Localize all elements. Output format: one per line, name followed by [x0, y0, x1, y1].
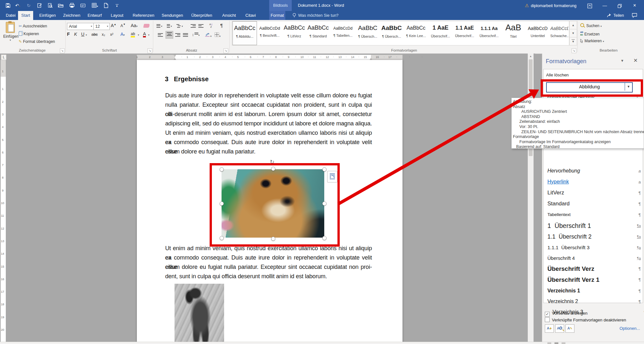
italic-button[interactable]: K: [74, 32, 77, 37]
borders-icon[interactable]: ▾: [214, 32, 221, 38]
bold-button[interactable]: F: [67, 32, 70, 37]
view-print-layout-button[interactable]: [554, 342, 558, 344]
style-row[interactable]: 1.1 Überschrift 2¶a: [545, 231, 644, 242]
clipboard-dialog-launcher[interactable]: ↘: [60, 48, 65, 53]
horizontal-ruler[interactable]: 3211234567891011121314151617············…: [137, 55, 402, 60]
style-row[interactable]: Überschrift Verz 1¶: [545, 274, 644, 285]
font-dialog-launcher[interactable]: ↘: [147, 48, 152, 53]
style-item-tabellentext[interactable]: AaBbCcDd¶ Tabellen...: [330, 21, 356, 44]
align-center-icon[interactable]: [166, 31, 173, 39]
draft-icon[interactable]: [36, 2, 43, 9]
tab-zeichnen[interactable]: Zeichnen: [60, 11, 83, 20]
new-style-button[interactable]: A✚: [545, 324, 554, 333]
clear-all-item[interactable]: Alle löschen: [546, 73, 569, 77]
find-button[interactable]: Suchen ▾: [580, 23, 602, 28]
tell-me-box[interactable]: Was möchten Sie tun?: [292, 11, 338, 20]
style-item-ueberschrift-a[interactable]: AaBbC¶ Übersch...: [356, 21, 380, 44]
bullet-dropdown[interactable]: ▾: [161, 25, 162, 28]
shading-icon[interactable]: ▾: [205, 32, 212, 38]
style-item-kein-leerraum[interactable]: AaBbCc¶ Kein Lee...: [403, 21, 429, 44]
minimize-button[interactable]: —: [597, 0, 612, 11]
align-left-icon[interactable]: [158, 32, 164, 37]
grow-font-button[interactable]: A▲: [111, 23, 116, 28]
style-row[interactable]: Überschrift 4¶a: [545, 253, 644, 263]
decrease-indent-icon[interactable]: [191, 23, 196, 28]
style-item-untertitel[interactable]: AaBbCcDUntertitel: [525, 21, 550, 44]
table-icon[interactable]: ▾: [90, 2, 100, 9]
scroll-up-arrow[interactable]: ▲: [529, 55, 532, 58]
numbered-list-icon[interactable]: [165, 23, 170, 28]
subscript-button[interactable]: x₂: [102, 32, 105, 37]
shrink-font-button[interactable]: A▼: [120, 23, 126, 28]
tab-referenzen[interactable]: Referenzen: [129, 11, 157, 20]
share-button[interactable]: Teilen: [607, 11, 624, 20]
underline-button[interactable]: U: [81, 32, 84, 37]
underline-dropdown[interactable]: ▾: [86, 34, 87, 36]
font-color-dropdown[interactable]: ▾: [148, 34, 149, 36]
view-read-mode-button[interactable]: [547, 342, 551, 344]
align-right-icon[interactable]: [175, 32, 181, 37]
options-link[interactable]: Optionen...: [620, 326, 640, 331]
replace-button[interactable]: abac Ersetzen: [580, 31, 600, 36]
sort-icon[interactable]: A↓Z: [209, 23, 213, 28]
styles-dialog-launcher[interactable]: ↘: [572, 48, 576, 53]
tab-datei[interactable]: Datei: [3, 11, 19, 20]
numbering-dropdown[interactable]: ▾: [171, 25, 172, 28]
multilevel-dropdown[interactable]: ▾: [182, 25, 183, 28]
font-name-select[interactable]: Arial▾: [67, 23, 94, 30]
style-row[interactable]: Überschrift Verz¶: [545, 263, 644, 274]
linked-styles-checkbox[interactable]: Verknüpfte Formatvorlagen deaktivieren: [545, 317, 626, 322]
new-document-icon[interactable]: [102, 2, 109, 9]
style-item-ueberschrift1[interactable]: 1 AaEÜberschrif...: [429, 21, 452, 44]
style-row[interactable]: Tabellentext¶: [545, 209, 644, 220]
style-row[interactable]: 1.1.1 Überschrift 3¶a: [545, 242, 644, 253]
touch-mode-icon[interactable]: [79, 2, 86, 9]
style-row[interactable]: Verzeichnis 2¶: [545, 296, 644, 307]
change-case-button[interactable]: Aa▾: [131, 23, 137, 28]
style-item-abbildung[interactable]: AaBbCc¶ Abbildu...: [232, 21, 257, 45]
style-item-beschriftung[interactable]: AaBbCcDd¶ Beschrift...: [257, 21, 282, 44]
superscript-button[interactable]: x²: [110, 32, 113, 37]
close-button[interactable]: ×: [627, 0, 642, 11]
bw-dog-image[interactable]: [175, 284, 224, 342]
tab-format[interactable]: Format: [269, 11, 285, 20]
tab-start[interactable]: Start: [18, 11, 33, 20]
manage-styles-button[interactable]: A✎: [565, 324, 574, 333]
tab-einfuegen[interactable]: Einfügen: [36, 11, 59, 20]
style-row[interactable]: LitVerz¶: [545, 187, 644, 198]
customize-qat-icon[interactable]: ▾: [113, 2, 120, 11]
paste-button[interactable]: Einfügen ▾: [3, 21, 17, 47]
style-item-schwache[interactable]: AaBbCcDSchwache...: [550, 21, 568, 44]
text-effects-button[interactable]: A▾: [120, 32, 125, 37]
pane-menu-dropdown[interactable]: ▼: [620, 59, 624, 63]
justify-icon[interactable]: [183, 32, 189, 37]
restore-button[interactable]: [612, 0, 627, 11]
line-spacing-icon[interactable]: ↕▾: [192, 32, 200, 37]
notification-flag[interactable]: ⚠diplomarbeit formatierung: [525, 0, 576, 11]
copy-button[interactable]: Kopieren: [19, 32, 39, 36]
style-row[interactable]: Standard¶: [545, 198, 644, 209]
clear-formatting-icon[interactable]: [143, 24, 150, 28]
gallery-more-button[interactable]: ▼: [569, 37, 577, 45]
undo-icon[interactable]: ↶▾: [14, 2, 21, 9]
style-row[interactable]: 1 Überschrift 1¶a: [545, 220, 644, 231]
style-row[interactable]: Hyperlinka: [545, 176, 644, 187]
style-row[interactable]: Verzeichnis 1¶: [545, 285, 644, 296]
multilevel-list-icon[interactable]: [175, 23, 181, 28]
style-row[interactable]: Hervorhebunga: [545, 165, 644, 176]
tab-stop-selector[interactable]: L: [1, 54, 6, 60]
vertical-ruler[interactable]: 11234567891011121314151617181920: [1, 60, 6, 342]
print-icon[interactable]: [68, 2, 75, 9]
style-item-ueberschrift2[interactable]: 1.1 AaEÜberschrif...: [452, 21, 477, 44]
open-icon[interactable]: [57, 2, 64, 9]
style-inspector-button[interactable]: A: [555, 324, 564, 333]
tab-sendungen[interactable]: Sendungen: [158, 11, 186, 20]
gallery-scroll-down[interactable]: ▼: [569, 29, 577, 37]
comment-icon[interactable]: [632, 13, 637, 19]
style-item-standard[interactable]: AaBbCc¶ Standard: [306, 21, 330, 44]
paragraph-dialog-launcher[interactable]: ↘: [223, 48, 228, 53]
font-color-button[interactable]: A: [143, 32, 146, 37]
pane-close-icon[interactable]: ✕: [633, 57, 638, 64]
font-size-select[interactable]: 12▾: [93, 23, 110, 30]
bullet-list-icon[interactable]: [155, 23, 160, 28]
